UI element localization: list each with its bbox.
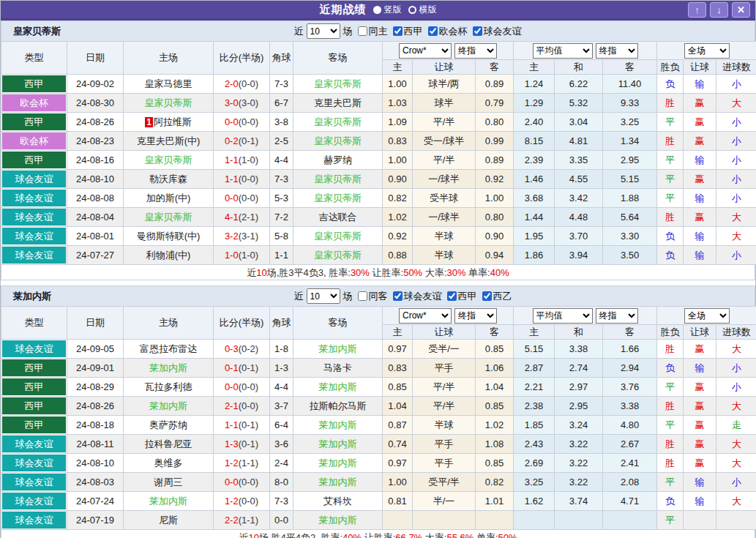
summary-line: 近10场,胜3平4负3, 胜率:30% 让胜率:50% 大率:30% 单率:40… [1,265,755,280]
score-cell: 0-0(0-0) [214,189,270,208]
close-button[interactable]: ✕ [732,2,750,18]
sub-header-handicap-away: 客 [476,60,514,75]
away-team-name: 赫罗纳 [323,154,352,165]
odds-avg-away: 1.66 [603,340,657,359]
close-icon: ✕ [737,4,745,15]
fulltime-score: 2-1 [225,400,239,411]
corner-count: 7-2 [270,208,293,227]
home-team-name: 谢周三 [154,477,183,487]
col-header-date: 日期 [67,307,124,340]
score-cell: 0-1(0-1) [214,359,270,378]
odds-crow-handicap: 平手 [413,454,476,473]
fulltime-select[interactable]: 全场 [684,43,730,59]
league-checkbox-1[interactable] [447,291,457,301]
odds-avg-home: 2.21 [514,378,555,397]
fulltime-select[interactable]: 全场 [684,308,730,324]
match-type-cell: 球会友谊 [1,340,67,359]
match-date: 24-09-02 [67,75,124,94]
score-cell: 2-2(1-1) [214,511,270,530]
halftime-score: (3-0) [239,97,258,108]
match-type-badge: 球会友谊 [2,436,66,452]
radio-horizontal-label: 横版 [419,4,437,16]
summary-segment: 单率: [465,267,490,278]
bookmaker-select[interactable]: Crow* [399,43,452,59]
layout-radio-horizontal[interactable]: 横版 [408,4,437,16]
move-down-button[interactable]: ↓ [710,2,728,18]
recent-count-select[interactable]: 10 [307,288,340,304]
home-team-name: 莱加内斯 [149,400,187,411]
corner-count: 3-8 [270,113,293,132]
away-team-name: 皇家贝蒂斯 [314,116,362,127]
league-checkbox-0[interactable] [393,26,403,36]
odds-avg-draw: 2.95 [555,397,603,416]
odds-crow-home: 1.00 [383,151,413,170]
home-team: 谢周三 [124,473,214,492]
away-team: 皇家贝蒂斯 [293,132,383,151]
odds-crow-away: 0.85 [476,397,514,416]
match-type-cell: 球会友谊 [1,189,67,208]
league-checkbox-2[interactable] [482,291,492,301]
radio-unselected-icon [408,6,416,14]
odds-avg-away: 2.41 [603,454,657,473]
odds-avg-home: 1.95 [514,227,555,246]
result-handicap: 输 [684,473,716,492]
recent-count-select[interactable]: 10 [307,23,340,39]
halftime-score: (0-0) [239,173,258,184]
away-team-name: 艾科坎 [323,496,352,507]
away-team: 皇家贝蒂斯 [293,246,383,265]
odds-avg-away: 2.08 [603,473,657,492]
match-type-badge: 球会友谊 [2,209,66,225]
home-team-name: 皇家贝蒂斯 [145,97,192,108]
home-team-name: 奥维多 [154,457,183,468]
home-team: 瓦拉多利德 [124,378,214,397]
result-goals: 大 [716,454,756,473]
odds-crow-home: 1.03 [383,94,413,113]
avg-stage-select[interactable]: 终指 [596,308,638,324]
corner-count: 2-5 [270,132,293,151]
league-checkbox-2[interactable] [473,26,482,36]
odds-stage-select[interactable]: 终指 [454,43,497,59]
match-row: 球会友谊24-07-19尼斯2-2(1-1)0-0莱加内斯平 [1,511,756,530]
summary-segment: 让胜率: [370,267,403,278]
result-winlose: 负 [657,227,684,246]
avg-stage-select[interactable]: 终指 [596,43,638,59]
odds-avg-home: 1.24 [514,75,555,94]
summary-segment: 50% [498,532,517,538]
league-label-0: 球会友谊 [404,290,442,303]
result-goals: 大 [716,435,756,454]
league-checkbox-1[interactable] [428,26,438,36]
summary-segment: 40% [490,267,509,278]
halftime-score: (0-0) [239,116,258,127]
sub-header-goals: 进球数 [716,60,756,75]
group-header-bookmaker: Crow*终指 [383,307,514,325]
away-team-name: 皇家贝蒂斯 [314,78,362,89]
same-venue-checkbox[interactable] [358,26,367,36]
score-cell: 3-0(3-0) [214,94,270,113]
odds-avg-away: 3.25 [603,113,657,132]
odds-avg-away: 2.67 [603,435,657,454]
result-handicap: 赢 [684,416,716,435]
radio-selected-icon [373,6,381,14]
odds-avg-home: 1.29 [514,94,555,113]
col-header-score: 比分(半场) [214,42,270,75]
average-select[interactable]: 平均值 [533,43,593,59]
home-team: 尼斯 [124,511,214,530]
layout-radio-vertical[interactable]: 竖版 [373,4,402,16]
league-checkbox-0[interactable] [393,291,403,301]
move-up-button[interactable]: ↑ [688,2,706,18]
average-select[interactable]: 平均值 [533,308,593,324]
corner-count: 4-4 [270,378,293,397]
match-row: 西甲24-08-16皇家贝蒂斯1-1(1-0)4-4赫罗纳1.00平/半0.89… [1,151,756,170]
result-handicap: 赢 [684,397,716,416]
odds-crow-handicap: 半球 [413,227,476,246]
odds-avg-away: 2.94 [603,359,657,378]
same-venue-checkbox[interactable] [358,291,367,301]
odds-stage-select[interactable]: 终指 [454,308,497,324]
summary-segment: 10 [248,532,258,538]
match-type-badge: 球会友谊 [2,228,66,244]
league-label-2: 西乙 [493,290,512,303]
match-date: 24-08-30 [67,94,124,113]
group-header-average: 平均值终指 [514,42,657,60]
matches-label: 场 [343,25,353,38]
bookmaker-select[interactable]: Crow* [399,308,452,324]
